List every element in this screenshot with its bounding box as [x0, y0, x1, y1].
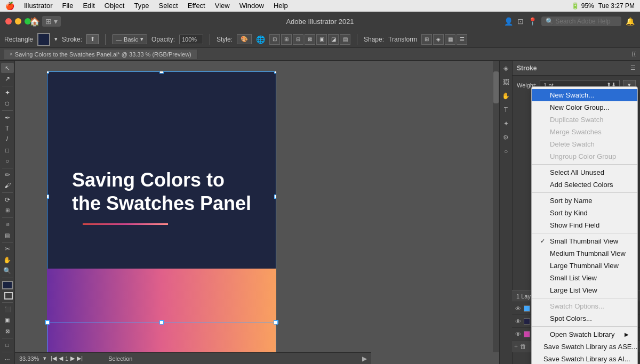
menu-item-spot-colors[interactable]: Spot Colors... [532, 312, 637, 325]
menu-view[interactable]: View [211, 1, 234, 11]
menu-item-small-thumbnail[interactable]: ✓Small Thumbnail View [532, 235, 637, 247]
minimize-button[interactable] [15, 18, 21, 25]
close-button[interactable] [5, 18, 12, 25]
apple-menu[interactable]: 🍎 [0, 2, 20, 10]
align-top-btn[interactable]: ⊠ [305, 34, 315, 45]
star-icon[interactable]: ✦ [501, 118, 511, 129]
menu-item-select-all-unused[interactable]: Select All Unused [532, 166, 637, 179]
menu-item-save-swatch-ase[interactable]: Save Swatch Library as ASE... [532, 341, 637, 353]
pen-tool-btn[interactable]: ✒ [1, 112, 14, 123]
line-tool-btn[interactable]: / [1, 134, 14, 144]
transform-btn-2[interactable]: ◈ [433, 34, 444, 45]
doc-tab-close-icon[interactable]: × [10, 51, 13, 57]
fill-color-chip[interactable] [2, 281, 13, 290]
menu-edit[interactable]: Edit [78, 1, 99, 11]
magic-wand-tool-btn[interactable]: ✦ [1, 87, 14, 98]
menu-effect[interactable]: Effect [183, 1, 210, 11]
layers-trash-icon[interactable]: 🗑 [520, 343, 526, 350]
menu-help[interactable]: Help [269, 1, 292, 11]
menu-type[interactable]: Type [130, 1, 153, 11]
layer-eye-0[interactable]: 👁 [514, 305, 522, 312]
page-first-icon[interactable]: |◀ [51, 355, 57, 362]
align-center-v-btn[interactable]: ▣ [316, 34, 327, 45]
pencil-tool-btn[interactable]: ✏ [1, 169, 14, 180]
handle-bottom-tr[interactable] [274, 320, 278, 325]
canvas-content[interactable]: Saving Colors to the Swatches Panel [47, 71, 276, 322]
fill-swatch[interactable] [37, 33, 50, 46]
menu-window[interactable]: Window [235, 1, 268, 11]
column-graph-btn[interactable]: ▤ [1, 230, 14, 240]
handle-bottom-tl[interactable] [45, 320, 50, 325]
status-play-icon[interactable]: ▶ [362, 355, 367, 362]
menu-item-new-color-group[interactable]: New Color Group... [532, 101, 637, 114]
page-last-icon[interactable]: ▶| [77, 355, 83, 362]
menu-item-large-list[interactable]: Large List View [532, 284, 637, 296]
stroke-control[interactable]: ⬆ [86, 34, 99, 44]
align-right-btn[interactable]: ⊟ [293, 34, 303, 45]
align-center-h-btn[interactable]: ⊞ [281, 34, 292, 45]
type-icon[interactable]: T [501, 104, 511, 115]
menu-select[interactable]: Select [155, 1, 182, 11]
style-control[interactable]: 🎨 [237, 34, 252, 44]
menu-item-show-find-field[interactable]: Show Find Field [532, 219, 637, 231]
menu-item-sort-by-kind[interactable]: Sort by Kind [532, 207, 637, 219]
transform-btn-1[interactable]: ⊞ [421, 34, 432, 45]
rect-tool-btn[interactable]: □ [1, 145, 14, 155]
panel-menu-icon[interactable]: ☰ [630, 64, 636, 71]
handle-mr[interactable] [274, 195, 276, 199]
brush-dropdown[interactable]: — Basic ▾ [112, 34, 147, 44]
menu-item-open-swatch-library[interactable]: Open Swatch Library [532, 328, 637, 341]
menu-item-small-list[interactable]: Small List View [532, 272, 637, 284]
handle-tm[interactable] [159, 71, 164, 74]
menu-file[interactable]: File [58, 1, 77, 11]
menu-item-medium-thumbnail[interactable]: Medium Thumbnail View [532, 247, 637, 260]
align-left-btn[interactable]: ⊡ [269, 34, 280, 45]
scale-tool-btn[interactable]: ⊞ [1, 205, 14, 215]
gradient-mode-btn[interactable]: ▣ [1, 315, 14, 325]
direct-selection-tool-btn[interactable]: ↗ [1, 74, 14, 84]
menu-item-new-swatch[interactable]: New Swatch... [532, 89, 637, 101]
color-mode-btn[interactable]: ⬛ [1, 304, 14, 314]
opacity-field[interactable]: 100% [179, 35, 203, 44]
gear-icon[interactable]: ⚙ [501, 132, 511, 143]
stroke-color-chip[interactable] [4, 292, 13, 300]
handle-tr[interactable] [274, 71, 276, 74]
distribute-btn[interactable]: ▤ [340, 34, 350, 45]
scroll-bar-v[interactable] [493, 61, 499, 352]
draw-normal-btn[interactable]: □ [1, 340, 14, 350]
transform-btn-3[interactable]: ▦ [445, 34, 455, 45]
menu-item-sort-by-name[interactable]: Sort by Name [532, 195, 637, 207]
page-nav[interactable]: |◀ ◀ 1 ▶ ▶| [51, 355, 83, 362]
handle-bottom-tm[interactable] [159, 320, 164, 325]
menu-item-save-swatch-ai[interactable]: Save Swatch Library as AI... [532, 353, 637, 364]
image-icon[interactable]: 🖼 [501, 77, 511, 87]
page-next-icon[interactable]: ▶ [70, 355, 75, 362]
align-bottom-btn[interactable]: ◪ [328, 34, 339, 45]
panels-toggle-icon[interactable]: ⟨⟨ [631, 51, 640, 58]
menu-object[interactable]: Object [100, 1, 129, 11]
paintbrush-tool-btn[interactable]: 🖌 [1, 181, 14, 191]
handle-tl[interactable] [47, 71, 49, 74]
doc-tab[interactable]: × Saving Colors to the Swatches Panel.ai… [4, 50, 197, 59]
hand-tool-btn[interactable]: ✋ [1, 255, 14, 265]
scroll-thumb-v[interactable] [493, 71, 499, 103]
selection-tool-btn[interactable]: ↖ [1, 63, 14, 73]
menu-illustrator[interactable]: Illustrator [20, 1, 57, 11]
type-tool-btn[interactable]: T [1, 123, 14, 133]
rotate-tool-btn[interactable]: ⟳ [1, 195, 14, 205]
hand-icon[interactable]: ✋ [501, 91, 511, 101]
layer-eye-2[interactable]: 👁 [514, 330, 522, 338]
handle-ml[interactable] [47, 195, 49, 199]
menu-item-large-thumbnail[interactable]: Large Thumbnail View [532, 260, 637, 272]
none-mode-btn[interactable]: ⊠ [1, 326, 14, 336]
zoom-tool-btn[interactable]: 🔍 [1, 265, 14, 276]
menu-item-add-selected-colors[interactable]: Add Selected Colors [532, 179, 637, 191]
search-input[interactable] [541, 17, 621, 26]
layer-eye-1[interactable]: 👁 [514, 318, 522, 325]
transform-btn-4[interactable]: ☰ [457, 34, 467, 45]
circle-icon[interactable]: ○ [501, 146, 511, 157]
page-prev-icon[interactable]: ◀ [59, 355, 63, 362]
scissors-tool-btn[interactable]: ✂ [1, 244, 14, 254]
appearance-icon[interactable]: ◈ [501, 63, 511, 74]
more-tools-btn[interactable]: ··· [1, 354, 14, 364]
